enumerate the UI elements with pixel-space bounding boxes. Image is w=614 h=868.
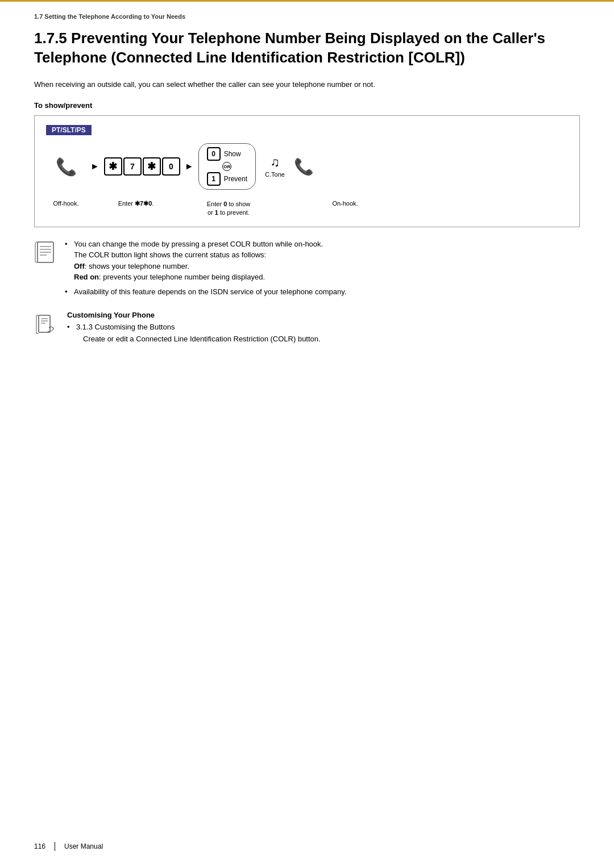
notes-section: You can change the mode by pressing a pr… xyxy=(34,239,580,301)
onhook-icon: 📞 xyxy=(294,158,314,176)
offhook-icon-col: 📞 xyxy=(46,157,86,177)
keys-group: ✱ 7 ✱ 0 xyxy=(104,157,180,176)
or-separator: OR xyxy=(207,162,247,171)
customising-content: Customising Your Phone 3.1.3 Customising… xyxy=(67,311,580,345)
customising-item-1-sub: Create or edit a Connected Line Identifi… xyxy=(67,333,580,345)
breadcrumb: 1.7 Setting the Telephone According to Y… xyxy=(34,13,580,20)
ctone-icon: ♫ xyxy=(270,155,280,170)
key-star-1: ✱ xyxy=(104,157,122,176)
ctone-col: ♫ C.Tone xyxy=(265,155,285,178)
note-item-2: Availability of this feature depends on … xyxy=(65,286,580,298)
procedure-box: PT/SLT/PS 📞 ► ✱ 7 ✱ 0 xyxy=(34,115,580,227)
key-0: 0 xyxy=(162,157,180,176)
ctone-label: C.Tone xyxy=(265,171,285,178)
offhook-icon: 📞 xyxy=(56,157,77,177)
option-group: 0 Show OR 1 Prevent xyxy=(198,143,256,190)
arrow-2: ► xyxy=(185,161,194,172)
label-enter-option: Enter 0 to showor 1 to prevent. xyxy=(186,200,271,218)
notes-list: You can change the mode by pressing a pr… xyxy=(65,239,580,298)
subsection-title: To show/prevent xyxy=(34,101,580,110)
option-show-row: 0 Show xyxy=(207,147,247,161)
label-enter-keys: Enter ✱7✱0. xyxy=(96,200,176,207)
customising-item-1: 3.1.3 Customising the Buttons xyxy=(67,322,580,333)
onhook-icon-col: 📞 xyxy=(294,157,314,176)
label-onhook: On-hook. xyxy=(322,200,368,207)
key-7: 7 xyxy=(123,157,142,176)
diagram-row: 📞 ► ✱ 7 ✱ 0 ► xyxy=(46,143,568,190)
customising-section: Customising Your Phone 3.1.3 Customising… xyxy=(34,311,580,345)
footer: 116 User Manual xyxy=(34,842,580,851)
option-key-1: 1 xyxy=(207,172,221,186)
footer-divider xyxy=(55,842,55,851)
page-number: 116 xyxy=(34,842,45,850)
pt-slt-ps-badge: PT/SLT/PS xyxy=(46,125,92,135)
intro-text: When receiving an outside call, you can … xyxy=(34,79,580,90)
or-label: OR xyxy=(222,162,231,171)
customising-icon xyxy=(34,312,59,341)
footer-label: User Manual xyxy=(64,842,103,850)
notepad-svg xyxy=(34,240,57,266)
option-key-0: 0 xyxy=(207,147,221,161)
option-prevent-label: Prevent xyxy=(224,175,247,183)
note-icon xyxy=(34,240,57,270)
labels-row: Off-hook. Enter ✱7✱0. Enter 0 to showor … xyxy=(46,200,568,218)
label-offhook: Off-hook. xyxy=(46,200,86,207)
customising-svg xyxy=(34,312,59,337)
arrow-1: ► xyxy=(90,161,99,172)
svg-rect-5 xyxy=(39,315,50,332)
option-prevent-row: 1 Prevent xyxy=(207,172,247,186)
key-star-2: ✱ xyxy=(143,157,161,176)
note-item-1: You can change the mode by pressing a pr… xyxy=(65,239,580,283)
customising-title: Customising Your Phone xyxy=(67,311,580,319)
customising-list: 3.1.3 Customising the Buttons Create or … xyxy=(67,322,580,345)
notes-content: You can change the mode by pressing a pr… xyxy=(65,239,580,301)
page-content: 1.7 Setting the Telephone According to Y… xyxy=(0,2,614,379)
option-show-label: Show xyxy=(224,150,241,158)
section-title: 1.7.5 Preventing Your Telephone Number B… xyxy=(34,29,580,68)
